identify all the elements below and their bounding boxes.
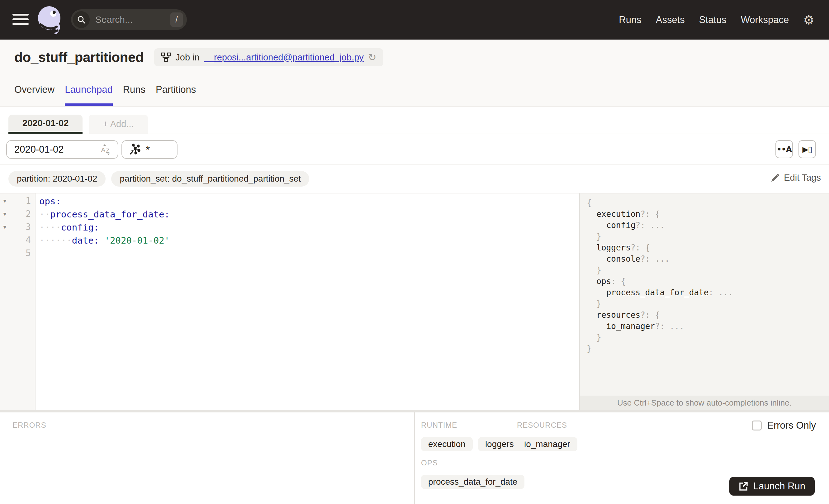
tab-partitions[interactable]: Partitions	[156, 84, 196, 106]
code-line: ······date: '2020-01-02'	[39, 234, 170, 247]
ops-chip[interactable]: process_data_for_date	[421, 475, 525, 489]
job-tabs: OverviewLaunchpadRunsPartitions	[14, 84, 196, 106]
resources-chip[interactable]: io_manager	[517, 437, 577, 452]
line-number: 4	[26, 235, 31, 245]
gutter-line: ▼2	[0, 208, 35, 221]
settings-gear-icon[interactable]: ⚙	[803, 14, 814, 26]
dagster-logo-icon[interactable]	[35, 4, 65, 36]
search-icon	[73, 11, 90, 28]
nav-runs[interactable]: Runs	[619, 14, 641, 26]
svg-text:A: A	[101, 146, 105, 153]
search-shortcut-badge: /	[170, 12, 183, 27]
svg-text:Z: Z	[106, 147, 110, 154]
editor-gutter: ▼1▼2▼345	[0, 193, 36, 410]
launchpad-page: Search... / Runs Assets Status Workspace…	[0, 0, 829, 504]
nav-status[interactable]: Status	[699, 14, 726, 26]
schema-line: loggers?: {	[587, 242, 650, 253]
run-tag: partition_set: do_stuff_partitioned_part…	[111, 171, 309, 187]
schema-line: }	[587, 298, 601, 309]
edit-tags-button[interactable]: Edit Tags	[770, 173, 821, 183]
config-tab-strip: 2020-01-02 + Add...	[0, 107, 829, 134]
line-number: 1	[26, 195, 31, 206]
selector-row: 2020-01-02 A Z * ••A	[0, 134, 829, 165]
add-config-tab-button[interactable]: + Add...	[89, 115, 148, 134]
errors-section-label: ERRORS	[12, 421, 46, 430]
schema-line: console?: ...	[587, 253, 670, 264]
schema-line: execution?: {	[587, 208, 660, 220]
job-badge-prefix: Job in	[175, 52, 199, 63]
gutter-line: ▼1	[0, 195, 35, 208]
config-tab-partition[interactable]: 2020-01-02	[8, 115, 82, 134]
autocomplete-hint: Use Ctrl+Space to show auto-completions …	[580, 396, 829, 410]
code-line: ops:	[39, 195, 61, 208]
errors-only-label: Errors Only	[767, 420, 816, 431]
schema-line: config?: ...	[587, 220, 664, 231]
tags-row: partition: 2020-01-02partition_set: do_s…	[0, 165, 829, 193]
config-schema-panel: { execution?: { config?: ... } loggers?:…	[579, 193, 829, 410]
ops-group: OPS process_data_for_date	[421, 459, 525, 489]
edit-tags-label: Edit Tags	[784, 173, 821, 183]
sort-az-icon: A Z	[100, 143, 112, 156]
page-title: do_stuff_partitioned	[14, 49, 144, 65]
runtime-label: RUNTIME	[421, 421, 521, 430]
schema-line: process_data_for_date: ...	[587, 287, 733, 298]
workflow-icon	[161, 52, 171, 62]
line-number: 5	[26, 248, 31, 258]
top-nav-bar: Search... / Runs Assets Status Workspace…	[0, 0, 829, 40]
op-selection-value: *	[146, 144, 150, 156]
global-search[interactable]: Search... /	[71, 9, 187, 30]
line-number: 2	[26, 209, 31, 219]
op-selection-input[interactable]: *	[121, 140, 178, 159]
launch-external-icon	[739, 481, 748, 491]
nav-assets[interactable]: Assets	[656, 14, 685, 26]
top-nav-links: Runs Assets Status Workspace ⚙	[619, 0, 814, 40]
search-input[interactable]: Search...	[95, 14, 170, 25]
schema-line: io_manager?: ...	[587, 321, 684, 332]
schema-line: }	[587, 231, 601, 242]
gutter-line: 5	[0, 247, 35, 260]
launch-run-button[interactable]: Launch Run	[729, 477, 815, 496]
errors-only-toggle[interactable]: Errors Only	[752, 420, 816, 431]
runtime-chip[interactable]: execution	[421, 437, 473, 452]
tab-overview[interactable]: Overview	[14, 84, 55, 106]
line-number: 3	[26, 222, 31, 232]
fold-arrow-icon[interactable]: ▼	[2, 224, 7, 230]
gutter-line: ▼3	[0, 221, 35, 234]
job-origin-badge: Job in __reposi...artitioned@partitioned…	[154, 48, 383, 66]
code-line: ····config:	[39, 221, 99, 234]
pencil-icon	[770, 173, 780, 183]
ops-label: OPS	[421, 459, 525, 467]
reload-icon[interactable]: ↻	[368, 51, 376, 63]
bottom-divider	[414, 412, 415, 504]
tab-runs[interactable]: Runs	[123, 84, 145, 106]
op-graph-icon	[128, 143, 141, 156]
runtime-group: RUNTIME executionloggers	[421, 421, 521, 452]
config-editor-area: ▼1▼2▼345 ops:··process_data_for_date:···…	[0, 193, 829, 410]
yaml-editor[interactable]: ops:··process_data_for_date:····config:·…	[36, 193, 579, 410]
hamburger-menu-icon[interactable]	[12, 14, 29, 26]
job-origin-link[interactable]: __reposi...artitioned@partitioned_job.py	[204, 52, 364, 63]
nav-workspace[interactable]: Workspace	[741, 14, 789, 26]
bottom-panel: ERRORS RUNTIME executionloggers RESOURCE…	[0, 412, 829, 504]
fold-arrow-icon[interactable]: ▼	[2, 211, 7, 217]
page-header: do_stuff_partitioned Job in __reposi...a…	[0, 40, 829, 107]
fold-arrow-icon[interactable]: ▼	[2, 198, 7, 204]
partition-select[interactable]: 2020-01-02 A Z	[6, 140, 118, 159]
panel-splitter[interactable]	[0, 410, 829, 412]
schema-line: }	[587, 343, 592, 354]
launch-run-label: Launch Run	[753, 481, 805, 492]
schema-line: }	[587, 264, 601, 276]
tab-launchpad[interactable]: Launchpad	[65, 84, 112, 106]
errors-only-checkbox[interactable]	[752, 421, 762, 431]
scroll-to-cursor-button[interactable]: ▶▯	[798, 140, 816, 158]
run-tag: partition: 2020-01-02	[8, 171, 106, 187]
gutter-line: 4	[0, 234, 35, 247]
schema-line: {	[587, 197, 592, 208]
runtime-chip[interactable]: loggers	[478, 437, 521, 452]
resources-label: RESOURCES	[517, 421, 577, 430]
code-line: ··process_data_for_date:	[39, 208, 170, 221]
schema-line: resources?: {	[587, 309, 660, 321]
schema-line: }	[587, 332, 601, 343]
schema-line: ops: {	[587, 276, 626, 287]
whitespace-toggle-button[interactable]: ••A	[776, 140, 793, 158]
